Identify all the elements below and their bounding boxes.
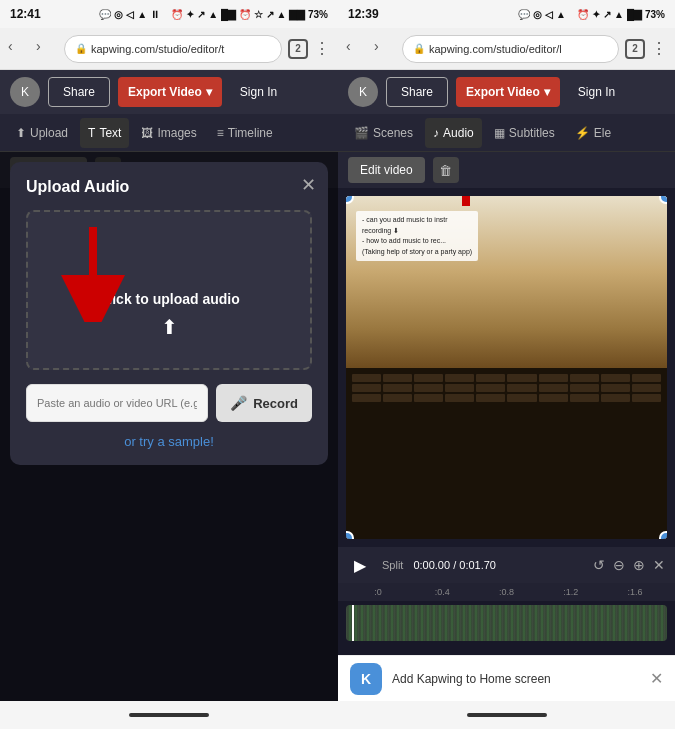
zoom-out-button[interactable]: ⊖ (613, 557, 625, 573)
left-export-button[interactable]: Export Video ▾ (118, 77, 222, 107)
right-nav-back[interactable]: ‹ (346, 38, 368, 60)
ruler-mark-08: :0.8 (474, 587, 538, 597)
right-chevron-down-icon: ▾ (544, 85, 550, 99)
elements-icon: ⚡ (575, 126, 590, 140)
chevron-down-icon: ▾ (206, 85, 212, 99)
right-status-bar: 12:39 💬 ◎ ◁ ▲ ⏰ ✦ ↗ ▲ █▇ 73% (338, 0, 675, 28)
timeline-area: :0 :0.4 :0.8 :1.2 :1.6 (338, 583, 675, 655)
left-url-text: kapwing.com/studio/editor/t (91, 43, 224, 55)
upload-zone[interactable]: Click to upload audio ⬆ (26, 210, 312, 370)
playback-bar: ▶ Split 0:00.00 / 0:01.70 ↺ ⊖ ⊕ ✕ (338, 547, 675, 583)
add-home-bar: K Add Kapwing to Home screen ✕ (338, 655, 675, 701)
timeline-track[interactable] (346, 605, 667, 641)
tab-upload-label: Upload (30, 126, 68, 140)
left-time: 12:41 (10, 7, 41, 21)
right-nav-bottom (338, 701, 675, 729)
red-arrow-down (58, 222, 128, 322)
left-signin-button[interactable]: Sign In (230, 77, 287, 107)
left-nav-back[interactable]: ‹ (8, 38, 30, 60)
modal-close-button[interactable]: ✕ (301, 174, 316, 196)
left-menu-dots[interactable]: ⋮ (314, 39, 330, 58)
tab-scenes-label: Scenes (373, 126, 413, 140)
tab-timeline[interactable]: ≡ Timeline (209, 118, 281, 148)
zoom-in-button[interactable]: ⊕ (633, 557, 645, 573)
ruler-mark-0: :0 (346, 587, 410, 597)
handle-bottom-right[interactable] (659, 531, 667, 539)
tab-subtitles[interactable]: ▦ Subtitles (486, 118, 563, 148)
modal-overlay: Upload Audio ✕ Cl (0, 152, 338, 701)
tab-text[interactable]: T Text (80, 118, 129, 148)
split-button[interactable]: Split (382, 559, 403, 571)
tab-subtitles-label: Subtitles (509, 126, 555, 140)
modal-title: Upload Audio (26, 178, 312, 196)
left-avatar[interactable]: K (10, 77, 40, 107)
left-nav-bottom (0, 701, 338, 729)
tab-images[interactable]: 🖼 Images (133, 118, 204, 148)
lock-icon: 🔒 (75, 43, 87, 54)
right-menu-dots[interactable]: ⋮ (651, 39, 667, 58)
right-share-button[interactable]: Share (386, 77, 448, 107)
text-icon: T (88, 126, 95, 140)
audio-icon: ♪ (433, 126, 439, 140)
left-status-icons: 💬 ◎ ◁ ▲ ⏸ ⏰ ✦ ↗ ▲ █▇ ⏰ ☆ ↗ ▲ ▇▇ 73% (99, 9, 328, 20)
right-browser-bar: ‹ › 🔒 kapwing.com/studio/editor/l 2 ⋮ (338, 28, 675, 70)
right-app-toolbar: K Share Export Video ▾ Sign In (338, 70, 675, 114)
close-add-home-button[interactable]: ✕ (650, 669, 663, 688)
right-time: 12:39 (348, 7, 379, 21)
timeline-icon: ≡ (217, 126, 224, 140)
ruler-mark-04: :0.4 (410, 587, 474, 597)
time-display: 0:00.00 / 0:01.70 (413, 559, 496, 571)
upload-arrow-icon: ⬆ (161, 315, 178, 339)
images-icon: 🖼 (141, 126, 153, 140)
tab-upload[interactable]: ⬆ Upload (8, 118, 76, 148)
right-avatar[interactable]: K (348, 77, 378, 107)
right-url-bar[interactable]: 🔒 kapwing.com/studio/editor/l (402, 35, 619, 63)
add-home-text: Add Kapwing to Home screen (392, 672, 640, 686)
right-home-pill (467, 713, 547, 717)
right-tab-count[interactable]: 2 (625, 39, 645, 59)
right-url-text: kapwing.com/studio/editor/l (429, 43, 562, 55)
right-edit-video-button[interactable]: Edit video (348, 157, 425, 183)
play-button[interactable]: ▶ (348, 553, 372, 577)
record-label: Record (253, 396, 298, 411)
left-url-bar[interactable]: 🔒 kapwing.com/studio/editor/t (64, 35, 282, 63)
right-panel: 12:39 💬 ◎ ◁ ▲ ⏰ ✦ ↗ ▲ █▇ 73% ‹ › 🔒 kapwi… (338, 0, 675, 729)
right-nav-forward[interactable]: › (374, 38, 396, 60)
left-home-pill (129, 713, 209, 717)
right-export-button[interactable]: Export Video ▾ (456, 77, 560, 107)
left-nav-forward[interactable]: › (36, 38, 58, 60)
notes-overlay: - can you add music to instr recording ⬇… (356, 211, 478, 261)
sample-link[interactable]: or try a sample! (26, 434, 312, 449)
ruler-mark-12: :1.2 (539, 587, 603, 597)
tab-scenes[interactable]: 🎬 Scenes (346, 118, 421, 148)
timeline-playhead (352, 605, 354, 641)
right-red-arrow-up (426, 196, 506, 216)
right-signin-button[interactable]: Sign In (568, 77, 625, 107)
tab-text-label: Text (99, 126, 121, 140)
left-share-button[interactable]: Share (48, 77, 110, 107)
playback-controls: ↺ ⊖ ⊕ ✕ (593, 557, 665, 573)
loop-button[interactable]: ↺ (593, 557, 605, 573)
left-browser-bar: ‹ › 🔒 kapwing.com/studio/editor/t 2 ⋮ (0, 28, 338, 70)
mic-icon: 🎤 (230, 395, 247, 411)
close-timeline-button[interactable]: ✕ (653, 557, 665, 573)
tab-elements[interactable]: ⚡ Ele (567, 118, 619, 148)
timeline-ruler: :0 :0.4 :0.8 :1.2 :1.6 (338, 583, 675, 601)
right-lock-icon: 🔒 (413, 43, 425, 54)
left-panel: 12:41 💬 ◎ ◁ ▲ ⏸ ⏰ ✦ ↗ ▲ █▇ ⏰ ☆ ↗ ▲ ▇▇ 73… (0, 0, 338, 729)
left-tab-count[interactable]: 2 (288, 39, 308, 59)
right-trash-button[interactable]: 🗑 (433, 157, 459, 183)
record-button[interactable]: 🎤 Record (216, 384, 312, 422)
upload-icon: ⬆ (16, 126, 26, 140)
scenes-icon: 🎬 (354, 126, 369, 140)
ruler-mark-16: :1.6 (603, 587, 667, 597)
timeline-waveform (346, 605, 667, 641)
kapwing-logo: K (350, 663, 382, 695)
tab-images-label: Images (157, 126, 196, 140)
tab-elements-label: Ele (594, 126, 611, 140)
tab-timeline-label: Timeline (228, 126, 273, 140)
url-input-field[interactable] (26, 384, 208, 422)
right-status-icons: 💬 ◎ ◁ ▲ ⏰ ✦ ↗ ▲ █▇ 73% (518, 9, 665, 20)
tab-audio-label: Audio (443, 126, 474, 140)
tab-audio[interactable]: ♪ Audio (425, 118, 482, 148)
